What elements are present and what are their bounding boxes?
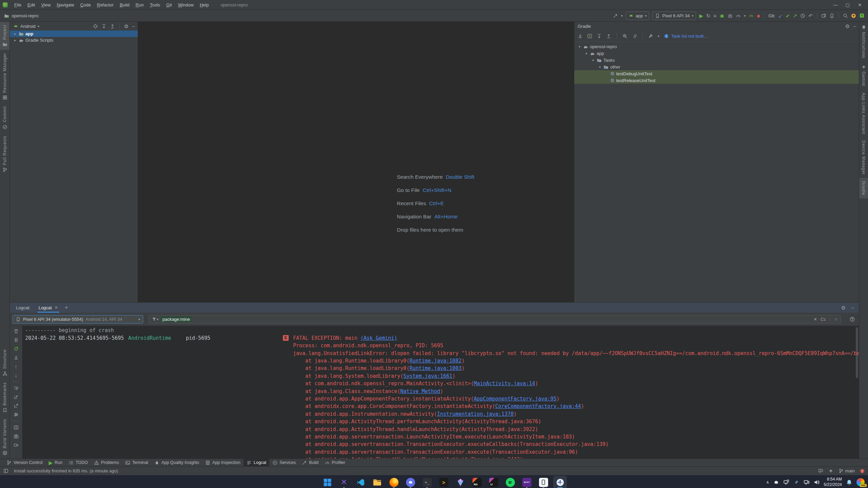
wrench-icon[interactable]	[648, 34, 653, 39]
chevron-down-icon[interactable]: ▾	[584, 52, 588, 55]
project-breadcrumb[interactable]: openssl-repro	[4, 13, 39, 18]
gradle-task-other[interactable]: ▾other	[574, 63, 859, 70]
taskbar-app-rider[interactable]: RD	[470, 476, 484, 488]
tool-stripe-bookmarks[interactable]: Bookmarks	[2, 379, 7, 416]
stacktrace-link[interactable]: AppComponentFactory.java:95	[474, 396, 557, 402]
stacktrace-link[interactable]: Native Method	[400, 388, 440, 394]
arrow-down-icon[interactable]: ↓	[15, 373, 17, 378]
gradle-task-Tasks[interactable]: ▾Tasks	[574, 57, 859, 63]
ide-update-icon[interactable]	[851, 13, 856, 18]
chevron-down-icon[interactable]: ▾	[591, 58, 595, 62]
profiler-icon[interactable]	[736, 13, 741, 18]
rerun-icon[interactable]	[14, 346, 19, 351]
git-update-icon[interactable]: ↙	[778, 13, 783, 18]
taskbar-app-android-studio[interactable]	[553, 476, 567, 488]
camera-icon[interactable]	[14, 434, 19, 439]
minimize-icon[interactable]: —	[829, 2, 842, 7]
logcat-output[interactable]: ---------- beginning of crash2024-05-22 …	[22, 326, 859, 458]
tool-stripe-project[interactable]: Project	[0, 22, 9, 50]
chevron-right-icon[interactable]: ▸	[13, 32, 17, 36]
running-devices-icon[interactable]	[829, 13, 834, 18]
chevron-right-icon[interactable]: ▸	[13, 38, 17, 42]
logcat-tab[interactable]: Logcat ✕	[37, 302, 59, 313]
tool-stripe-build-variants[interactable]: Build Variants	[2, 416, 7, 458]
project-tree-item-app[interactable]: ▸app	[10, 31, 138, 37]
run-box-icon[interactable]	[587, 34, 592, 39]
git-commit-icon[interactable]: ✔	[786, 13, 790, 18]
toolwindow-button-profiler[interactable]: Profiler	[322, 459, 348, 466]
chevron-down-icon[interactable]: ▾	[38, 24, 39, 28]
menu-run[interactable]: Run	[133, 2, 147, 7]
expand-all-icon[interactable]	[597, 34, 602, 39]
taskbar-app-mx[interactable]: ✕	[337, 476, 351, 488]
expand-all-icon[interactable]	[101, 24, 107, 29]
tool-stripe-structure[interactable]: Structure	[2, 346, 7, 379]
error-indicator-icon[interactable]	[860, 469, 865, 473]
menu-git[interactable]: Git	[163, 2, 175, 7]
menu-tools[interactable]: Tools	[147, 2, 163, 7]
git-history-icon[interactable]	[800, 13, 805, 18]
menu-refactor[interactable]: Refactor	[94, 2, 117, 7]
profile-avatar[interactable]	[859, 13, 865, 18]
project-view-select[interactable]: Android	[20, 24, 36, 29]
toolwindow-button-problems[interactable]: Problems	[91, 459, 122, 466]
clear-filter-icon[interactable]: ✕	[813, 317, 817, 322]
arrow-up-icon[interactable]: ↑	[15, 364, 17, 369]
stacktrace-link[interactable]: CoreComponentFactory.java:44	[495, 403, 581, 409]
toolwindow-button-version-control[interactable]: Version Control	[3, 459, 45, 466]
tool-stripe-commit[interactable]: Commit	[2, 103, 7, 132]
menu-file[interactable]: File	[11, 2, 24, 7]
menu-window[interactable]: Window	[175, 2, 197, 7]
apply-changes-icon[interactable]: ↻	[706, 13, 711, 18]
collapse-all-icon[interactable]	[606, 34, 611, 39]
toolwindow-button-app-quality-insights[interactable]: App Quality Insights	[151, 459, 202, 466]
close-icon[interactable]: ✕	[854, 2, 866, 7]
toolwindow-button-terminal[interactable]: Terminal	[122, 459, 151, 466]
project-tree-item-gradle-scripts[interactable]: ▸Gradle Scripts	[10, 37, 138, 43]
menu-navigate[interactable]: Navigate	[54, 2, 77, 7]
offline-icon[interactable]	[632, 34, 637, 39]
hide-panel-icon[interactable]: −	[853, 24, 856, 29]
build-hammer-icon[interactable]	[613, 13, 618, 18]
menu-help[interactable]: Help	[197, 2, 212, 7]
taskbar-app-explorer[interactable]	[370, 476, 384, 488]
toolwindow-button-logcat[interactable]: Logcat	[244, 459, 270, 466]
device-select[interactable]: Pixel 6 API 34 ▾	[652, 12, 696, 20]
profile-low-overhead-icon[interactable]	[749, 13, 754, 18]
filter-icon[interactable]	[152, 317, 157, 322]
corner-out-icon[interactable]	[14, 403, 19, 408]
gear-icon[interactable]: ⚙	[845, 24, 850, 29]
video-icon[interactable]	[14, 443, 19, 448]
notification-bell-icon[interactable]	[846, 479, 852, 486]
search-icon[interactable]	[843, 13, 848, 18]
wrap-icon[interactable]	[14, 386, 19, 391]
tool-stripe-pull-requests[interactable]: Pull Requests	[2, 133, 7, 175]
menu-edit[interactable]: Edit	[24, 2, 38, 7]
copilot-icon[interactable]: PRE	[856, 478, 865, 486]
tool-window-layout-icon[interactable]	[3, 468, 8, 473]
stacktrace-link[interactable]: Runtime.java:1082	[409, 358, 462, 364]
volume-icon[interactable]	[814, 479, 820, 485]
stacktrace-link[interactable]: (Ask Gemini)	[361, 335, 397, 341]
tool-stripe-device-manager[interactable]: Device Manager	[861, 137, 866, 178]
scroll-end-icon[interactable]	[14, 355, 19, 360]
gradle-task-testReleaseUnitTest[interactable]: ⚙testReleaseUnitTest	[574, 77, 859, 84]
ai-spark-icon[interactable]	[828, 468, 833, 473]
gear-icon[interactable]: ⚙	[124, 24, 129, 29]
build-chevron-down-icon[interactable]: ▾	[621, 14, 623, 18]
chevron-down-icon[interactable]: ▾	[598, 65, 602, 69]
sliders-icon[interactable]	[14, 412, 19, 417]
taskbar-app-gem[interactable]	[454, 476, 467, 488]
profiler-chevron-down-icon[interactable]: ▾	[744, 14, 746, 18]
steam-icon[interactable]	[793, 479, 799, 485]
pause-icon[interactable]	[14, 337, 19, 343]
toolwindow-button-run[interactable]: ▶Run	[45, 459, 65, 466]
tool-stripe-notifications[interactable]: Notifications	[861, 22, 866, 61]
taskbar-app-nzxt[interactable]: NZXT	[520, 476, 534, 488]
filter-chevron-down-icon[interactable]: ▾	[157, 317, 158, 321]
git-branch-widget[interactable]: main	[838, 468, 855, 473]
stacktrace-link[interactable]: Instrumentation.java:1378	[437, 411, 514, 417]
stacktrace-link[interactable]: MainActivity.java:14	[474, 380, 535, 387]
taskbar-app-spotify[interactable]	[503, 476, 517, 488]
event-log-icon[interactable]	[818, 468, 823, 473]
